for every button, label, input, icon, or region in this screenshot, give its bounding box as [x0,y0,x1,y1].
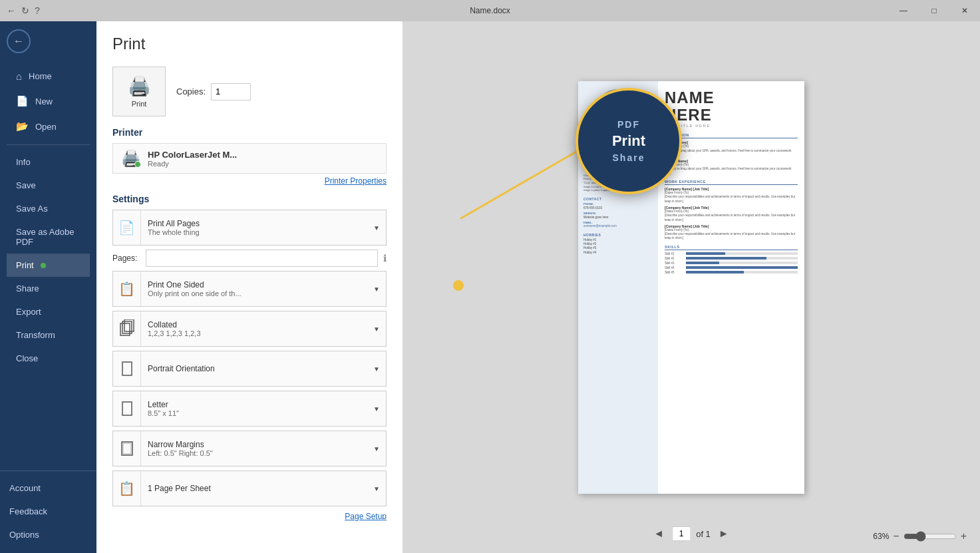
open-icon: 📂 [16,120,29,132]
pages-input[interactable] [146,250,378,267]
pages-text: Print All Pages The whole thing [141,215,367,240]
skill-bar-fill: 52% [686,271,744,274]
contact-label: CONTACT [583,197,602,201]
skills-list: Skill #1 35% Skill #2 72% Skill #3 30% S… [665,252,798,274]
persheet-dropdown-arrow: ▼ [367,471,386,506]
page-setup-link[interactable]: Page Setup [345,512,387,521]
sidebar-item-home[interactable]: ⌂ Home [7,64,90,89]
copies-input[interactable] [211,83,251,100]
zoom-bar: 63% − + [873,530,967,542]
work-entry-2: [Company Name] [Job Title] [Dates From]–… [665,206,798,222]
window-controls: — □ ✕ [888,0,980,21]
persheet-main: 1 Page Per Sheet [148,484,361,493]
settings-pages-dropdown[interactable]: 📄 Print All Pages The whole thing ▼ [112,210,387,246]
minimize-button[interactable]: — [888,0,919,21]
sidebar-back-button[interactable]: ← [7,29,31,53]
printer-name: HP ColorLaserJet M... [148,150,237,160]
skill-bar-fill: 72% [686,257,766,260]
skill-bar-fill: 30% [686,262,719,264]
printer-ready-indicator [134,161,141,168]
orientation-icon [113,351,141,386]
skill-row: Skill #5 52% [665,271,798,274]
close-button[interactable]: ✕ [949,0,980,21]
sidebar-item-save-as[interactable]: Save As [7,197,90,220]
margins-sub: Left: 0.5" Right: 0.5" [148,449,361,457]
copies-label: Copies: [176,87,206,96]
skill-label: Skill #5 [665,271,683,274]
phone-value: 678-555-0103 [583,206,617,210]
sidebar-label-home: Home [29,71,52,81]
skill-row: Skill #3 30% [665,262,798,265]
hobbies-list: Hobby #1 Hobby #2 Hobby #3 Hobby #4 [583,238,596,255]
sidebar-item-new[interactable]: 📄 New [7,89,90,114]
sidebar-item-open[interactable]: 📂 Open [7,114,90,139]
sidebar-item-account[interactable]: Account [0,476,96,500]
skills-section-label: SKILLS [665,245,798,250]
resume-preview: PROFILE Want to put your own image in th… [578,81,804,494]
sidebar-item-options[interactable]: Options [0,523,96,546]
page-number-input[interactable] [672,526,691,541]
resume-left-column: PROFILE Want to put your own image in th… [578,81,658,494]
sidebar-item-info[interactable]: Info [7,150,90,174]
refresh-icon[interactable]: ↻ [21,5,29,16]
person-head [609,92,627,111]
preview-area: PDF Print Share PROFILE [403,21,980,553]
next-page-button[interactable]: ► [716,525,732,542]
sidebar-label-save-pdf: Save as Adobe PDF [16,227,81,247]
work-section-label: WORK EXPERIENCE [665,180,798,185]
skill-row: Skill #1 35% [665,252,798,256]
paper-dropdown-arrow: ▼ [367,391,386,426]
sidebar-item-close[interactable]: Close [7,347,90,370]
settings-paper-dropdown[interactable]: Letter 8.5" x 11" ▼ [112,391,387,427]
sidebar-item-share[interactable]: Share [7,277,90,300]
print-panel: Print 🖨️ Print Copies: Printer 🖨️ [96,21,403,553]
skill-label: Skill #1 [665,252,683,256]
new-icon: 📄 [16,95,29,107]
prev-page-button[interactable]: ◄ [651,525,667,542]
pages-info-icon[interactable]: ℹ [383,253,387,264]
settings-collate-dropdown[interactable]: Collated 1,2,3 1,2,3 1,2,3 ▼ [112,311,387,347]
sidebar-nav: ⌂ Home 📄 New 📂 Open Info Save [7,64,90,370]
skill-label: Skill #4 [665,266,683,270]
paper-sub: 8.5" x 11" [148,409,361,417]
page-setup-row: Page Setup [112,512,387,521]
sidebar-label-export: Export [16,307,41,317]
settings-orientation-dropdown[interactable]: Portrait Orientation ▼ [112,351,387,387]
active-dot [41,263,46,268]
sidebar: ← ⌂ Home 📄 New 📂 Open Info [0,21,96,553]
settings-sides-dropdown[interactable]: 📋 Print One Sided Only print on one side… [112,271,387,307]
back-icon[interactable]: ← [7,5,16,16]
title-bar: ← ↻ ? Name.docx — □ ✕ [0,0,980,21]
sidebar-item-save-pdf[interactable]: Save as Adobe PDF [7,220,90,254]
sidebar-item-export[interactable]: Export [7,300,90,323]
sides-text: Print One Sided Only print on one side o… [141,276,367,301]
sidebar-item-print[interactable]: Print [7,254,90,277]
settings-persheet-dropdown[interactable]: 📋 1 Page Per Sheet ▼ [112,470,387,506]
persheet-icon: 📋 [113,471,141,506]
sidebar-item-save[interactable]: Save [7,174,90,197]
pages-input-row: Pages: ℹ [112,250,387,267]
printer-status: Ready [148,160,237,168]
settings-margins-dropdown[interactable]: Narrow Margins Left: 0.5" Right: 0.5" ▼ [112,431,387,466]
hobby-4: Hobby #4 [583,251,596,255]
sidebar-label-transform: Transform [16,330,55,340]
document-title: Name.docx [470,6,510,15]
print-button[interactable]: 🖨️ Print [112,67,166,116]
zoom-out-button[interactable]: − [893,530,899,542]
sidebar-item-feedback[interactable]: Feedback [0,500,96,523]
print-btn-row: 🖨️ Print Copies: [112,67,387,116]
hobbies-label: HOBBIES [583,233,601,237]
sidebar-item-transform[interactable]: Transform [7,323,90,347]
sidebar-bottom: Account Feedback Options [0,465,96,553]
zoom-slider[interactable] [903,531,957,542]
svg-rect-3 [122,362,132,375]
sidebar-label-new: New [35,96,53,106]
maximize-button[interactable]: □ [919,0,949,21]
education-entry-2: [School Name] [Dates From]–[To] [It's ok… [665,159,798,176]
skill-label: Skill #2 [665,257,683,260]
zoom-in-button[interactable]: + [961,530,967,542]
help-icon[interactable]: ? [35,5,40,16]
collate-main: Collated [148,320,361,329]
printer-properties-link[interactable]: Printer Properties [325,176,387,186]
collate-sub: 1,2,3 1,2,3 1,2,3 [148,329,361,337]
